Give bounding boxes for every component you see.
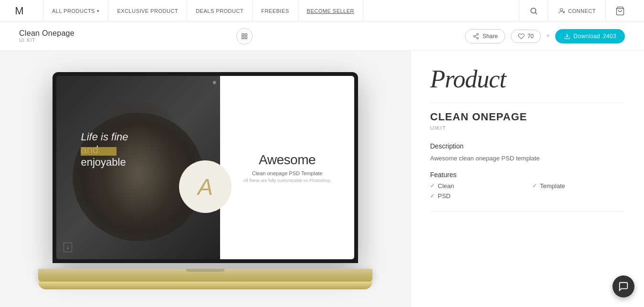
screen-line3: enjoyable [81, 156, 128, 169]
connect-button[interactable]: CONNECT [548, 0, 606, 22]
check-icon-psd: ✓ [430, 192, 435, 199]
share-button[interactable]: Share [465, 29, 505, 43]
feature-template: ✓ Template [532, 182, 625, 190]
svg-point-10 [476, 33, 478, 35]
search-button[interactable] [519, 0, 548, 22]
download-icon [564, 33, 570, 40]
laptop-base [38, 269, 372, 282]
avatar-circle: A [179, 160, 232, 213]
nav-all-products[interactable]: ALL PRODUCTS ▾ [43, 0, 108, 22]
svg-rect-7 [245, 33, 247, 35]
check-icon-clean: ✓ [430, 182, 435, 189]
check-icon-template: ✓ [532, 182, 537, 189]
screen-line1: Life is fine [81, 131, 128, 143]
feature-psd-label: PSD [438, 192, 451, 200]
screen-text-overlay: Life is fine and enjoyable [81, 131, 128, 168]
nav-exclusive[interactable]: EXCLUSIVE PRODUCT [108, 0, 187, 22]
sidebar-bottom [430, 211, 625, 221]
screen-desc-text: All these are fully customizable on Phot… [243, 178, 331, 183]
product-actions: Share 70 • Download 2403 [465, 29, 625, 43]
preview-area: Life is fine and enjoyable ⊕ ↓ [0, 51, 411, 307]
avatar-letter: A [198, 174, 213, 200]
svg-point-11 [473, 35, 475, 37]
share-icon [472, 32, 480, 40]
search-icon [529, 7, 538, 15]
header-actions: CONNECT [519, 0, 634, 22]
description-label: Description [430, 142, 625, 150]
zoom-icon: ⊕ [212, 80, 216, 85]
header: M ALL PRODUCTS ▾ EXCLUSIVE PRODUCT DEALS… [0, 0, 644, 22]
content-area: Life is fine and enjoyable ⊕ ↓ [0, 51, 644, 307]
product-type-label: UIKIT [430, 125, 625, 131]
chat-icon [618, 281, 629, 292]
nav-freebies[interactable]: FREEBIES [253, 0, 298, 22]
feature-clean-label: Clean [438, 182, 454, 190]
product-script-logo: Product [430, 65, 625, 93]
nav-deals[interactable]: DEALS PRODUCT [187, 0, 253, 22]
svg-line-14 [475, 34, 477, 35]
arrow-icon: ↓ [63, 243, 72, 252]
features-grid: ✓ Clean ✓ Template ✓ PSD [430, 182, 625, 200]
product-title: Clean Onepage [19, 29, 232, 38]
like-button[interactable]: 70 [511, 30, 541, 43]
screen-awesome-text: Awesome [259, 152, 316, 168]
nav-become-seller[interactable]: BECOME SELLER [298, 0, 363, 22]
svg-point-2 [560, 8, 562, 11]
features-section: Features ✓ Clean ✓ Template ✓ PSD [430, 171, 625, 200]
separator: • [547, 31, 549, 41]
svg-rect-8 [242, 37, 244, 39]
chevron-down-icon: ▾ [97, 9, 100, 13]
feature-clean: ✓ Clean [430, 182, 523, 190]
laptop-bottom-edge [38, 282, 372, 289]
logo[interactable]: M [10, 5, 29, 17]
screen-right-panel: Awesome Clean onepage PSD Template All t… [220, 76, 354, 259]
main-nav: ALL PRODUCTS ▾ EXCLUSIVE PRODUCT DEALS P… [43, 0, 519, 22]
product-header-bar: Clean Onepage UI KIT [0, 22, 644, 51]
screen-subtitle-text: Clean onepage PSD Template [252, 170, 323, 176]
download-count: 2403 [603, 33, 616, 40]
gold-band-decoration [81, 147, 116, 156]
feature-template-label: Template [540, 182, 565, 190]
description-text: Awesome clean onepage PSD template [430, 154, 625, 163]
chat-button[interactable] [612, 275, 634, 297]
svg-rect-9 [245, 37, 247, 39]
product-title-area: Clean Onepage UI KIT [19, 29, 232, 43]
main-content: Clean Onepage UI KIT [0, 22, 644, 307]
product-subtitle: UI KIT [19, 38, 232, 43]
download-label: Download [573, 33, 600, 40]
user-plus-icon [558, 7, 565, 15]
laptop-mockup: Life is fine and enjoyable ⊕ ↓ [38, 72, 372, 301]
grid-view-button[interactable] [236, 28, 253, 44]
right-sidebar: Product CLEAN ONEPAGE UIKIT Description … [411, 51, 644, 307]
grid-icon [241, 33, 248, 40]
svg-line-13 [475, 36, 477, 37]
svg-rect-6 [242, 33, 244, 35]
feature-psd: ✓ PSD [430, 192, 523, 200]
cart-icon [615, 6, 625, 16]
svg-line-1 [535, 12, 537, 14]
download-button[interactable]: Download 2403 [555, 29, 625, 43]
product-name-heading: CLEAN ONEPAGE [430, 111, 625, 123]
features-label: Features [430, 171, 625, 179]
cart-button[interactable] [606, 0, 634, 22]
logo-text: M [15, 5, 23, 17]
divider-top [430, 103, 625, 103]
heart-icon [518, 33, 525, 40]
svg-point-0 [531, 8, 536, 13]
svg-point-12 [476, 37, 478, 39]
